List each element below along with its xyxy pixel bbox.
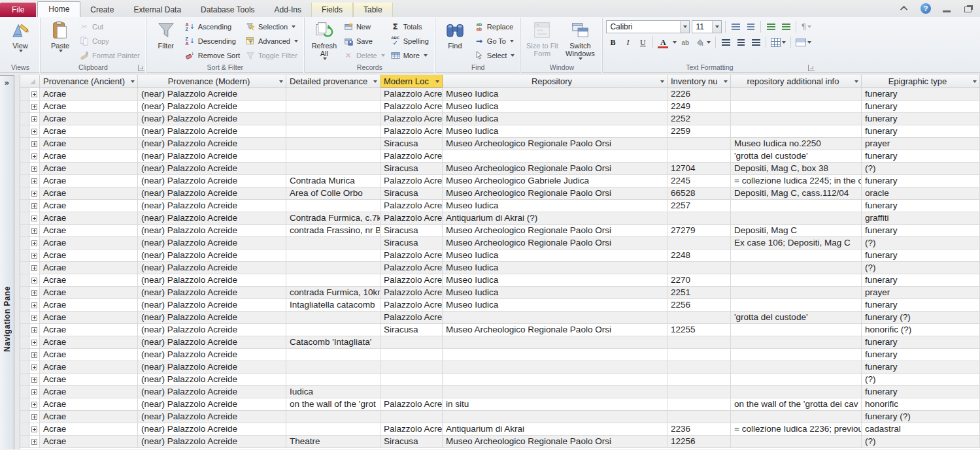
cell[interactable]: Acrae: [40, 225, 138, 237]
cell[interactable]: 2251: [667, 287, 731, 299]
row-selector[interactable]: [20, 398, 29, 411]
expand-plus-icon[interactable]: [31, 253, 37, 259]
cell[interactable]: funerary: [862, 336, 980, 349]
cell[interactable]: Palazzolo Acre: [380, 101, 443, 113]
cell[interactable]: [667, 398, 731, 411]
expand-plus-icon[interactable]: [31, 178, 37, 184]
expand-row-cell[interactable]: [29, 225, 40, 237]
cell[interactable]: [443, 336, 667, 349]
cell[interactable]: Depositi, Mag C, box 38: [731, 163, 862, 175]
align-left-button[interactable]: [719, 36, 732, 49]
cell[interactable]: Siracusa: [380, 436, 443, 448]
selection-button[interactable]: Selection: [244, 20, 301, 33]
cell[interactable]: funerary: [862, 349, 980, 361]
cell[interactable]: (near) Palazzolo Acreide: [138, 374, 286, 386]
toggle-filter-button[interactable]: Toggle Filter: [244, 48, 301, 62]
cell[interactable]: (near) Palazzolo Acreide: [138, 423, 286, 436]
save-record-button[interactable]: Save: [342, 34, 388, 48]
cell[interactable]: (near) Palazzolo Acreide: [138, 113, 286, 125]
expand-plus-icon[interactable]: [31, 439, 37, 445]
cell[interactable]: [667, 150, 731, 163]
cell[interactable]: on the wall of the 'grot: [286, 398, 380, 411]
cell[interactable]: Palazzolo Acre: [380, 200, 443, 212]
cell[interactable]: funerary: [862, 361, 980, 374]
cell[interactable]: Acrae: [40, 88, 138, 101]
navigation-pane-collapsed[interactable]: » Navigation Pane: [0, 75, 14, 449]
expand-plus-icon[interactable]: [31, 340, 37, 346]
cell[interactable]: Museo Iudica: [443, 113, 667, 125]
remove-sort-button[interactable]: ↓ Remove Sort: [184, 48, 243, 62]
cell[interactable]: [667, 336, 731, 349]
view-button[interactable]: View: [4, 19, 37, 61]
select-button[interactable]: Select: [473, 48, 518, 62]
cell[interactable]: 2248: [667, 249, 731, 262]
cell[interactable]: [731, 125, 862, 138]
cell[interactable]: honorific: [862, 398, 980, 411]
expand-plus-icon[interactable]: [31, 302, 37, 308]
expand-plus-icon[interactable]: [31, 414, 37, 420]
cell[interactable]: [731, 336, 862, 349]
tab-table[interactable]: Table: [353, 3, 393, 17]
cell[interactable]: (near) Palazzolo Acreide: [138, 386, 286, 398]
expand-row-cell[interactable]: [29, 101, 40, 113]
cell[interactable]: [667, 386, 731, 398]
expand-row-cell[interactable]: [29, 436, 40, 448]
cell[interactable]: [286, 312, 380, 324]
expand-row-cell[interactable]: [29, 423, 40, 436]
cell[interactable]: [380, 386, 443, 398]
expand-row-cell[interactable]: [29, 386, 40, 398]
cell[interactable]: (near) Palazzolo Acreide: [138, 138, 286, 150]
advanced-button[interactable]: Advanced: [244, 34, 301, 48]
expand-row-cell[interactable]: [29, 113, 40, 125]
cell[interactable]: (near) Palazzolo Acreide: [138, 150, 286, 163]
row-selector[interactable]: [20, 249, 29, 262]
cell[interactable]: funerary (?): [862, 411, 980, 423]
expand-row-cell[interactable]: [29, 88, 40, 101]
column-header-repository-additional-info[interactable]: repository additional info: [731, 75, 862, 88]
cell[interactable]: Acrae: [40, 113, 138, 125]
cell[interactable]: contrada Furmica, 10km: [286, 287, 380, 299]
filter-dropdown-icon[interactable]: [373, 80, 377, 83]
cell[interactable]: Museo Iudica: [443, 274, 667, 287]
minimize-button[interactable]: [939, 3, 954, 14]
cell[interactable]: Museo Archeologico Regionale Paolo Orsi: [443, 138, 667, 150]
cell[interactable]: Palazzolo Acre: [380, 262, 443, 274]
column-header-epigraphic-type[interactable]: Epigraphic type: [862, 75, 980, 88]
cell[interactable]: [731, 212, 862, 225]
cell[interactable]: (near) Palazzolo Acreide: [138, 187, 286, 200]
row-selector[interactable]: [20, 349, 29, 361]
cell[interactable]: Siracusa: [380, 138, 443, 150]
cell[interactable]: [286, 237, 380, 249]
text-highlight-button[interactable]: ab: [679, 36, 692, 49]
cell[interactable]: [731, 361, 862, 374]
cell[interactable]: [443, 374, 667, 386]
cell[interactable]: 2256: [667, 299, 731, 312]
expand-plus-icon[interactable]: [31, 402, 37, 408]
size-to-fit-form-button[interactable]: Size to Fit Form: [524, 19, 560, 61]
row-selector[interactable]: [20, 150, 29, 163]
cell[interactable]: [731, 324, 862, 336]
expand-row-cell[interactable]: [29, 249, 40, 262]
cell[interactable]: [286, 361, 380, 374]
cell[interactable]: [731, 101, 862, 113]
expand-row-cell[interactable]: [29, 138, 40, 150]
cell[interactable]: funerary: [862, 274, 980, 287]
restore-button[interactable]: [960, 3, 975, 14]
tab-external-data[interactable]: External Data: [124, 3, 191, 17]
totals-button[interactable]: Σ Totals: [389, 20, 431, 33]
tab-home[interactable]: Home: [37, 1, 80, 17]
cell[interactable]: [667, 361, 731, 374]
bold-button[interactable]: B: [606, 36, 619, 49]
paragraph-direction-button[interactable]: ¶: [800, 20, 813, 33]
cell[interactable]: [731, 274, 862, 287]
help-button[interactable]: ?: [919, 3, 933, 14]
cell[interactable]: Iudica: [286, 386, 380, 398]
cell[interactable]: Contrada Murica: [286, 175, 380, 187]
cell[interactable]: (near) Palazzolo Acreide: [138, 324, 286, 336]
cell[interactable]: [731, 88, 862, 101]
filter-dropdown-icon[interactable]: [660, 80, 664, 83]
cell[interactable]: Museo Archeologico Regionale Paolo Orsi: [443, 324, 667, 336]
cell[interactable]: Palazzolo Acre: [380, 113, 443, 125]
row-selector[interactable]: [20, 187, 29, 200]
goto-button[interactable]: → Go To: [473, 34, 518, 48]
